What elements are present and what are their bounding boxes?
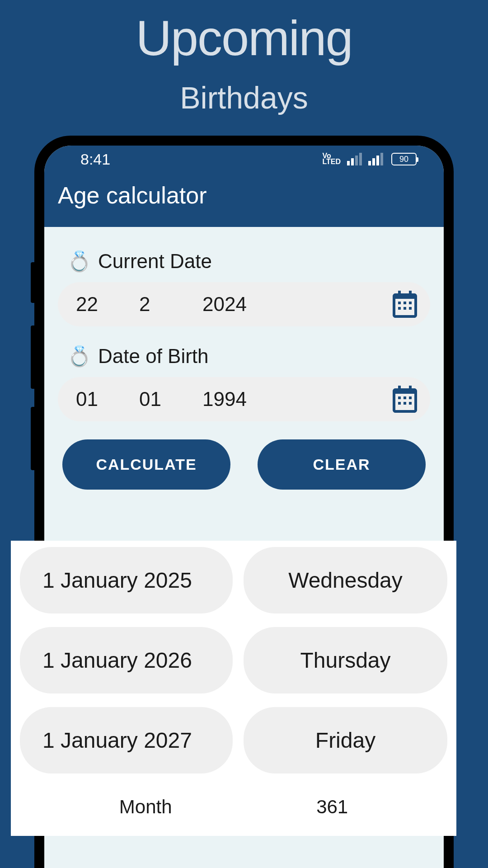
birthday-day: Wednesday: [244, 547, 447, 613]
button-row: CALCULATE CLEAR: [58, 439, 430, 490]
birthday-date: 1 January 2027: [20, 707, 233, 774]
dob-day[interactable]: 01: [76, 388, 139, 410]
phone-side-button: [31, 262, 35, 303]
promo-title: Upcoming: [0, 0, 488, 66]
app-header: Age calculator: [44, 173, 444, 227]
dob-input[interactable]: 01 01 1994: [58, 377, 430, 421]
current-date-field: 💍 Current Date 22 2 2024: [58, 245, 430, 326]
dob-year[interactable]: 1994: [202, 388, 412, 410]
birthday-day: Thursday: [244, 627, 447, 693]
status-bar: 8:41 VoLTED 90: [44, 146, 444, 173]
signal-bars-2-icon: [368, 153, 383, 165]
dob-label: Date of Birth: [98, 345, 209, 368]
calculate-button[interactable]: CALCULATE: [62, 439, 230, 490]
dob-field: 💍 Date of Birth 01 01 1994: [58, 340, 430, 421]
bottom-summary: Month 361: [20, 787, 447, 818]
ring-icon: 💍: [67, 344, 92, 368]
battery-icon: 90: [391, 153, 417, 165]
status-icons: VoLTED 90: [322, 153, 417, 165]
ring-icon: 💍: [67, 250, 92, 273]
content-area: 💍 Current Date 22 2 2024 💍 Date of Birth: [44, 227, 444, 508]
promo-subtitle: Birthdays: [0, 80, 488, 115]
clear-button[interactable]: CLEAR: [258, 439, 426, 490]
current-year[interactable]: 2024: [202, 293, 412, 316]
signal-bars-1-icon: [347, 153, 362, 165]
volte-icon: VoLTED: [322, 153, 341, 165]
calendar-icon[interactable]: [389, 383, 421, 415]
birthday-row: 1 January 2026 Thursday: [20, 627, 447, 693]
dob-month[interactable]: 01: [139, 388, 202, 410]
status-time: 8:41: [80, 151, 110, 168]
current-date-input[interactable]: 22 2 2024: [58, 282, 430, 326]
current-date-label: Current Date: [98, 250, 212, 273]
upcoming-birthdays-panel: 1 January 2025 Wednesday 1 January 2026 …: [11, 541, 456, 836]
phone-volume-down: [31, 407, 35, 470]
birthday-row: 1 January 2025 Wednesday: [20, 547, 447, 613]
birthday-date: 1 January 2026: [20, 627, 233, 693]
calendar-icon[interactable]: [389, 288, 421, 321]
current-day[interactable]: 22: [76, 293, 139, 316]
current-month[interactable]: 2: [139, 293, 202, 316]
bottom-label: Month: [119, 796, 172, 818]
phone-volume-up: [31, 326, 35, 389]
bottom-value: 361: [316, 796, 348, 818]
birthday-row: 1 January 2027 Friday: [20, 707, 447, 774]
birthday-day: Friday: [244, 707, 447, 774]
birthday-date: 1 January 2025: [20, 547, 233, 613]
